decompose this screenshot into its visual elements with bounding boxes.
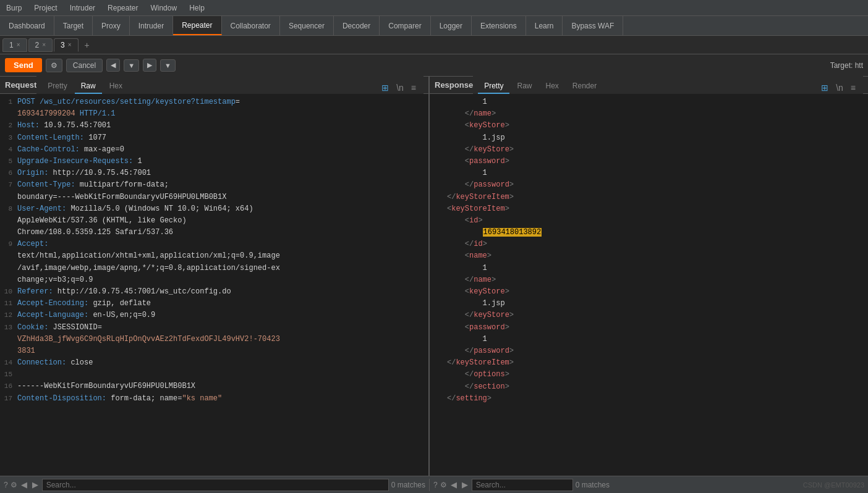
req-tab-2[interactable]: 2 ×	[28, 38, 53, 52]
xml-line: </password>	[430, 179, 868, 191]
menu-help[interactable]: Help	[183, 1, 211, 15]
request-icon-slash-n[interactable]: \n	[394, 82, 406, 94]
nav-fwd2-button[interactable]: ▼	[160, 59, 176, 72]
xml-line: </keyStoreItem>	[430, 192, 868, 203]
response-panel: Response Pretty Raw Hex Render ⊞ \n ≡ 1	[430, 77, 868, 476]
status-gear-icon-left[interactable]: ⚙	[11, 481, 17, 489]
xml-line: 1	[430, 334, 868, 345]
search-input-right[interactable]	[472, 479, 573, 491]
xml-line: </options>	[430, 369, 868, 381]
request-subtab-pretty[interactable]: Pretty	[41, 79, 73, 94]
xml-line: <keyStore>	[430, 286, 868, 298]
xml-line: 1.jsp	[430, 298, 868, 310]
code-line: 1 POST /ws_utc/resources/setting/keystor…	[0, 96, 428, 120]
xml-line: 1	[430, 263, 868, 274]
code-line: 14 Connection: close	[0, 357, 428, 369]
request-subtab-raw[interactable]: Raw	[75, 79, 102, 94]
status-prev-right[interactable]: ◀	[449, 480, 458, 489]
matches-count-left: 0 matches	[391, 481, 425, 489]
req-tab-3-close[interactable]: ×	[68, 41, 72, 48]
menu-burp[interactable]: Burp	[0, 1, 28, 15]
search-input-left[interactable]	[42, 479, 389, 491]
req-tab-1[interactable]: 1 ×	[2, 38, 27, 52]
menu-window[interactable]: Window	[144, 1, 183, 15]
code-line: 12 Accept-Language: en-US,en;q=0.9	[0, 310, 428, 321]
response-icon-menu[interactable]: ≡	[848, 82, 858, 94]
xml-line: </keyStore>	[430, 144, 868, 156]
status-help-icon-right[interactable]: ?	[433, 481, 438, 489]
request-header: Request Pretty Raw Hex ⊞ \n ≡	[0, 77, 428, 94]
status-left: ? ⚙ ◀ ▶ 0 matches	[0, 479, 430, 491]
response-subtabs: Pretty Raw Hex Render ⊞ \n ≡	[473, 76, 863, 95]
response-code-area[interactable]: 1 </name> <keyStore> 1.jsp </keyStore>	[430, 94, 868, 476]
tab-proxy[interactable]: Proxy	[93, 16, 130, 35]
xml-line: </keyStoreItem>	[430, 357, 868, 369]
tab-sequencer[interactable]: Sequencer	[280, 16, 334, 35]
code-line: 15	[0, 369, 428, 381]
tab-repeater[interactable]: Repeater	[173, 16, 221, 35]
response-subtab-hex[interactable]: Hex	[540, 79, 565, 94]
tab-bypass-waf[interactable]: Bypass WAF	[563, 16, 623, 35]
response-subtab-raw[interactable]: Raw	[511, 79, 538, 94]
tab-logger[interactable]: Logger	[431, 16, 472, 35]
xml-line: </name>	[430, 274, 868, 286]
watermark: CSDN @EMT00923	[803, 481, 864, 489]
tab-comparer[interactable]: Comparer	[380, 16, 430, 35]
code-line: 2 Host: 10.9.75.45:7001	[0, 120, 428, 132]
tab-dashboard[interactable]: Dashboard	[0, 16, 54, 35]
tab-extensions[interactable]: Extensions	[472, 16, 526, 35]
request-panel: Request Pretty Raw Hex ⊞ \n ≡ 1 POST /ws…	[0, 77, 430, 476]
req-tab-2-label: 2	[35, 41, 40, 49]
menu-intruder[interactable]: Intruder	[64, 1, 101, 15]
send-button[interactable]: Send	[5, 58, 42, 72]
status-gear-icon-right[interactable]: ⚙	[440, 481, 447, 489]
nav-tabs: Dashboard Target Proxy Intruder Repeater…	[0, 16, 868, 36]
req-tab-add[interactable]: +	[80, 38, 95, 52]
code-line: 8 User-Agent: Mozilla/5.0 (Windows NT 10…	[0, 203, 428, 239]
menu-repeater[interactable]: Repeater	[101, 1, 144, 15]
xml-line: </keyStore>	[430, 310, 868, 321]
code-line: 7 Content-Type: multipart/form-data;boun…	[0, 179, 428, 203]
response-icon-slash-n[interactable]: \n	[833, 82, 846, 94]
nav-fwd-button[interactable]: ▶	[143, 59, 156, 72]
menu-project[interactable]: Project	[28, 1, 63, 15]
response-icon-table[interactable]: ⊞	[819, 82, 831, 94]
tab-learn[interactable]: Learn	[526, 16, 563, 35]
xml-line: 1	[430, 167, 868, 179]
request-subtab-hex[interactable]: Hex	[103, 79, 129, 94]
req-tab-2-close[interactable]: ×	[42, 41, 46, 48]
status-next-left[interactable]: ▶	[31, 480, 40, 489]
tab-decoder[interactable]: Decoder	[334, 16, 380, 35]
nav-back2-button[interactable]: ▼	[124, 59, 139, 72]
response-subtab-pretty[interactable]: Pretty	[478, 79, 509, 94]
code-line: 9 Accept:text/html,application/xhtml+xml…	[0, 238, 428, 286]
gear-button[interactable]: ⚙	[46, 59, 62, 72]
code-line: 11 Accept-Encoding: gzip, deflate	[0, 298, 428, 310]
response-subtab-render[interactable]: Render	[566, 79, 603, 94]
xml-line: </name>	[430, 108, 868, 120]
xml-line: <name>	[430, 250, 868, 262]
xml-line: </password>	[430, 345, 868, 357]
toolbar: Send ⚙ Cancel ◀ ▼ ▶ ▼ Target: htt	[0, 54, 868, 77]
nav-back-button[interactable]: ◀	[106, 59, 120, 72]
cancel-button[interactable]: Cancel	[66, 59, 103, 72]
status-next-right[interactable]: ▶	[461, 480, 469, 489]
tab-collaborator[interactable]: Collaborator	[222, 16, 280, 35]
tab-intruder[interactable]: Intruder	[130, 16, 173, 35]
status-help-icon-left[interactable]: ?	[4, 481, 8, 489]
request-icon-menu[interactable]: ≡	[409, 82, 419, 94]
code-line: 16 ------WebKitFormBoundaryvUF69HPU0LMB0…	[0, 381, 428, 392]
request-code-area[interactable]: 1 POST /ws_utc/resources/setting/keystor…	[0, 94, 428, 476]
tab-target[interactable]: Target	[54, 16, 93, 35]
xml-line: 1	[430, 96, 868, 108]
code-line: 10 Referer: http://10.9.75.45:7001/ws_ut…	[0, 286, 428, 298]
req-tab-3[interactable]: 3 ×	[54, 38, 79, 52]
req-tab-1-label: 1	[9, 41, 14, 49]
req-tab-1-close[interactable]: ×	[17, 41, 20, 48]
req-tab-3-label: 3	[61, 41, 65, 49]
response-subtab-icons: ⊞ \n ≡	[819, 82, 858, 94]
code-line: 4 Cache-Control: max-age=0	[0, 144, 428, 156]
status-prev-left[interactable]: ◀	[20, 480, 28, 489]
xml-line: <password>	[430, 156, 868, 167]
request-icon-table[interactable]: ⊞	[379, 82, 391, 94]
